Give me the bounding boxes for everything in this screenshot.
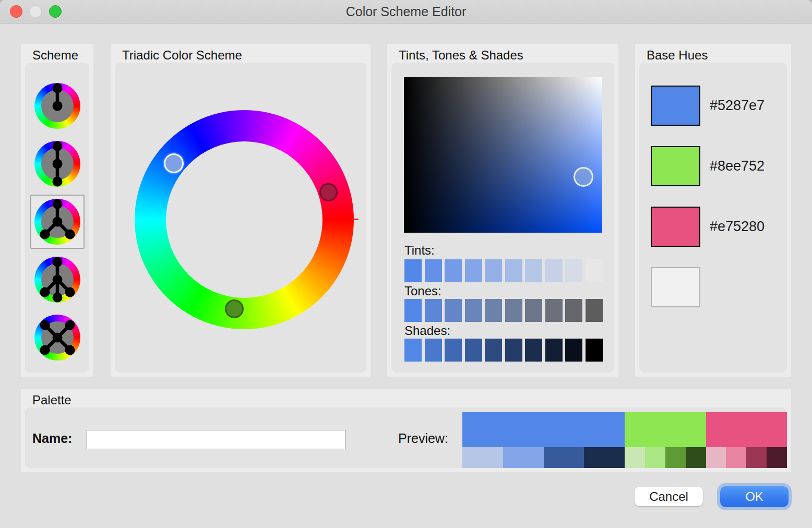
scheme-panel: Scheme <box>21 44 93 377</box>
color-wheel-icon <box>34 315 80 361</box>
preview-blue-base <box>462 412 625 447</box>
green-hue-handle[interactable] <box>225 299 244 318</box>
tints-swatch-7[interactable] <box>525 259 542 282</box>
window-title: Color Scheme Editor <box>0 0 812 23</box>
base-blue-swatch[interactable] <box>651 86 700 126</box>
tones-swatch-4[interactable] <box>465 299 482 322</box>
tints-swatch-8[interactable] <box>545 259 563 282</box>
preview-blue-variant-2 <box>503 447 544 468</box>
scheme-option-monochromatic[interactable] <box>30 79 85 133</box>
scheme-option-tetradic[interactable] <box>30 310 85 365</box>
blue-hue-handle[interactable] <box>164 153 184 173</box>
preview-pink-variant-1 <box>706 447 726 468</box>
palette-name-input[interactable] <box>87 430 345 449</box>
tints-swatch-2[interactable] <box>425 259 442 282</box>
preview-pink-variants <box>706 447 787 468</box>
shades-swatch-4[interactable] <box>465 339 482 362</box>
base-empty-swatch[interactable] <box>651 267 700 307</box>
tones-swatch-6[interactable] <box>505 299 522 322</box>
scheme-option-split-complementary[interactable] <box>30 253 85 307</box>
preview-blue-variant-3 <box>544 447 584 468</box>
palette-preview <box>462 412 787 468</box>
base-green-swatch[interactable] <box>651 146 700 186</box>
base-hues-list: #5287e7#8ee752#e75280 <box>639 63 787 373</box>
tones-swatch-9[interactable] <box>565 299 582 322</box>
color-wheel-icon <box>34 83 80 129</box>
base-pink-swatch[interactable] <box>651 207 700 247</box>
preview-group-pink <box>706 412 787 468</box>
scheme-panel-title: Scheme <box>32 48 78 63</box>
tints-swatch-9[interactable] <box>565 259 582 282</box>
preview-blue-variant-4 <box>584 447 625 468</box>
preview-group-green <box>625 412 706 468</box>
color-wheel-panel: Triadic Color Scheme <box>111 44 371 377</box>
preview-blue-variant-1 <box>462 447 503 468</box>
monochromatic-spokes-icon <box>34 83 80 129</box>
color-wheel-icon <box>34 141 80 187</box>
color-wheel-hole <box>166 141 323 298</box>
red-hue-handle[interactable] <box>319 183 338 201</box>
triadic-spokes-icon <box>34 199 80 245</box>
tetradic-spokes-icon <box>34 315 80 361</box>
shades-swatch-6[interactable] <box>505 339 522 362</box>
saturation-value-square[interactable] <box>404 77 602 233</box>
scheme-list <box>25 63 89 373</box>
tints-swatch-5[interactable] <box>485 259 502 282</box>
ok-button[interactable]: OK <box>720 486 789 507</box>
preview-pink-base <box>706 412 787 447</box>
scheme-option-triadic[interactable] <box>30 195 85 249</box>
color-wheel-icon <box>34 199 80 245</box>
tones-label: Tones: <box>404 284 441 298</box>
shades-swatch-2[interactable] <box>425 339 442 362</box>
base-empty-row <box>651 267 787 307</box>
tints-swatch-10[interactable] <box>586 259 603 282</box>
base-hues-panel: Base Hues #5287e7#8ee752#e75280 <box>635 44 791 377</box>
preview-green-variant-4 <box>686 447 706 468</box>
preview-green-variant-3 <box>665 447 686 468</box>
preview-green-variant-1 <box>625 447 645 468</box>
color-wheel-icon <box>34 257 80 303</box>
shades-swatch-8[interactable] <box>545 339 563 362</box>
shades-row <box>404 339 603 362</box>
base-blue-row: #5287e7 <box>651 86 787 126</box>
saturation-value-handle[interactable] <box>574 167 593 187</box>
tones-swatch-10[interactable] <box>586 299 603 322</box>
tones-swatch-5[interactable] <box>485 299 502 322</box>
tints-swatch-1[interactable] <box>404 259 422 282</box>
shades-swatch-1[interactable] <box>404 339 422 362</box>
base-pink-row: #e75280 <box>651 207 787 247</box>
tints-tones-shades-title: Tints, Tones & Shades <box>399 48 523 63</box>
palette-preview-label: Preview: <box>398 431 448 446</box>
shades-swatch-9[interactable] <box>565 339 582 362</box>
shades-swatch-3[interactable] <box>445 339 462 362</box>
shades-swatch-5[interactable] <box>485 339 502 362</box>
tones-swatch-2[interactable] <box>425 299 442 322</box>
tones-swatch-7[interactable] <box>525 299 542 322</box>
base-hues-title: Base Hues <box>647 48 708 63</box>
preview-blue-variants <box>462 447 625 468</box>
hue-zero-marker <box>352 219 359 220</box>
split-complementary-spokes-icon <box>34 257 80 303</box>
base-green-hex-label: #8ee752 <box>710 158 765 174</box>
color-wheel-panel-title: Triadic Color Scheme <box>122 48 242 63</box>
tints-tones-shades-panel: Tints, Tones & Shades Tints:Tones:Shades… <box>387 44 618 377</box>
tints-tones-shades-area: Tints:Tones:Shades: <box>391 63 614 373</box>
tones-swatch-8[interactable] <box>545 299 563 322</box>
preview-green-base <box>625 412 706 447</box>
tints-swatch-3[interactable] <box>445 259 462 282</box>
shades-swatch-10[interactable] <box>586 339 603 362</box>
tints-swatch-4[interactable] <box>465 259 482 282</box>
shades-label: Shades: <box>404 323 450 338</box>
preview-group-blue <box>462 412 625 468</box>
scheme-option-complementary[interactable] <box>30 137 85 191</box>
tints-swatch-6[interactable] <box>505 259 522 282</box>
base-green-row: #8ee752 <box>651 146 787 186</box>
tones-swatch-3[interactable] <box>445 299 462 322</box>
preview-pink-variant-2 <box>726 447 746 468</box>
base-blue-hex-label: #5287e7 <box>710 98 765 114</box>
tones-swatch-1[interactable] <box>404 299 422 322</box>
tones-row <box>404 299 603 322</box>
preview-green-variant-2 <box>645 447 665 468</box>
cancel-button[interactable]: Cancel <box>635 487 703 506</box>
shades-swatch-7[interactable] <box>525 339 542 362</box>
